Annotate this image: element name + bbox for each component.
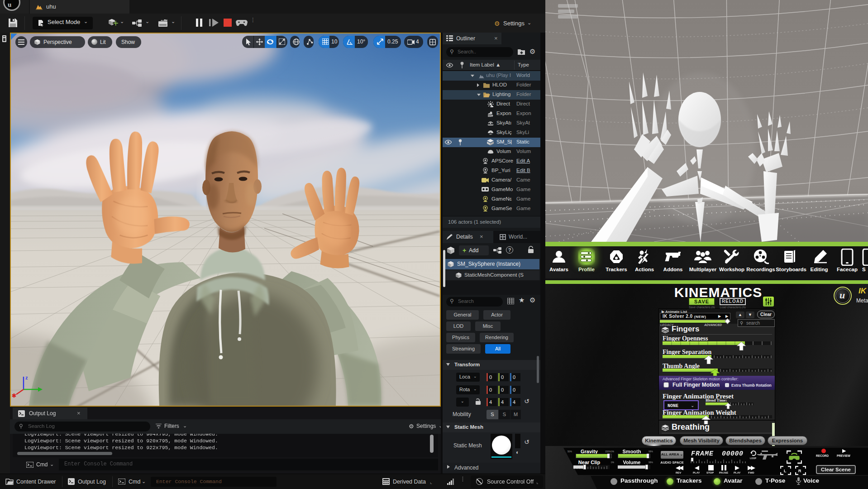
- svg-text:L: L: [784, 469, 787, 473]
- svg-text:z: z: [25, 375, 28, 380]
- svg-text:R: R: [798, 469, 801, 473]
- svg-text:✱: ✱: [12, 393, 16, 399]
